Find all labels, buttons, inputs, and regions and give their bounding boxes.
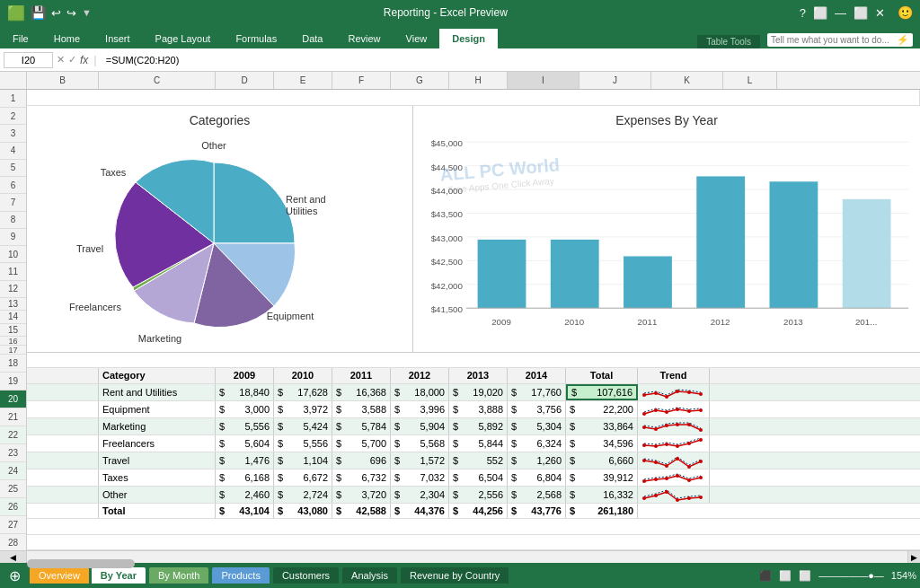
header-2010: 2010 (274, 368, 332, 383)
search-input[interactable] (771, 35, 897, 45)
svg-point-78 (699, 496, 703, 499)
smiley-icon: 🙂 (898, 5, 913, 20)
svg-point-62 (654, 461, 658, 464)
title-bar: 🟩 💾 ↩ ↪ ▼ Reporting - Excel Preview ? ⬜ … (0, 0, 920, 25)
table-row-26[interactable]: Other $2,460 $2,724 $3,720 $2,304 $2,556… (27, 487, 920, 504)
col-header-e[interactable]: E (274, 72, 332, 89)
add-sheet-button[interactable]: ⊕ (4, 567, 26, 584)
row-28 (27, 519, 920, 535)
table-row-24[interactable]: Travel $1,476 $1,104 $696 $1,572 $552 $1… (27, 452, 920, 470)
quick-access-undo[interactable]: ↩ (51, 6, 61, 20)
table-row-21[interactable]: Equipment $3,000 $3,972 $3,588 $3,996 $3… (27, 401, 920, 418)
svg-text:$44,000: $44,000 (431, 185, 464, 195)
svg-point-65 (687, 465, 691, 469)
tab-formulas[interactable]: Formulas (223, 29, 289, 48)
window-title: Reporting - Excel Preview (92, 6, 800, 19)
svg-point-49 (642, 426, 646, 429)
sheet-tab-byyear[interactable]: By Year (92, 567, 146, 584)
row-numbers: 1 2 3 4 5 6 7 8 9 10 11 12 13 14 15 (0, 90, 27, 550)
col-header-b[interactable]: B (27, 72, 99, 89)
total-label: Total (99, 504, 216, 519)
svg-point-72 (699, 476, 703, 479)
header-category: Category (99, 368, 216, 383)
tab-home[interactable]: Home (41, 29, 93, 48)
col-header-i[interactable]: I (508, 72, 579, 89)
view-normal-icon[interactable]: ⬛ (759, 570, 772, 582)
svg-point-71 (687, 478, 691, 482)
col-header-c[interactable]: C (99, 72, 216, 89)
view-page-icon[interactable]: ⬜ (799, 570, 811, 582)
svg-point-64 (676, 457, 679, 461)
svg-point-67 (642, 479, 646, 483)
ribbon-tabs-bar: File Home Insert Page Layout Formulas Da… (0, 25, 920, 48)
pie-chart-container: Categories (27, 106, 413, 352)
header-2013: 2013 (449, 368, 508, 383)
table-row-20[interactable]: Rent and Utilities $18,840 $17,628 $16,3… (27, 384, 920, 401)
table-tools-label: Table Tools (697, 35, 760, 48)
col-header-k[interactable]: K (651, 72, 723, 89)
sheet-tab-products[interactable]: Products (212, 567, 269, 584)
sheet-tab-overview[interactable]: Overview (30, 567, 89, 584)
formula-icons: ✕ ✓ fx | (57, 53, 99, 66)
table-row-22[interactable]: Marketing $5,556 $5,424 $5,784 $5,904 $5… (27, 418, 920, 435)
header-2012: 2012 (391, 368, 449, 383)
cell-total-20[interactable]: $107,616 (566, 384, 638, 400)
quick-access-save[interactable]: 💾 (31, 5, 46, 20)
svg-point-54 (699, 428, 703, 432)
col-header-j[interactable]: J (579, 72, 651, 89)
table-row-23[interactable]: Freelancers $5,604 $5,556 $5,700 $5,568 … (27, 435, 920, 452)
chart-row-numbers: 2 3 4 5 6 7 8 9 10 11 12 13 14 15 16 17 (0, 108, 26, 355)
help-icon[interactable]: ? (800, 6, 806, 20)
formula-confirm-icon[interactable]: ✓ (68, 54, 76, 66)
col-header-g[interactable]: G (391, 72, 449, 89)
search-icon: ⚡ (897, 34, 909, 46)
col-header-d[interactable]: D (216, 72, 274, 89)
col-header-f[interactable]: F (332, 72, 391, 89)
maximize-icon[interactable]: ⬜ (854, 6, 868, 20)
svg-point-37 (642, 393, 646, 397)
formula-input[interactable] (102, 53, 916, 67)
cell-2010-20: $17,628 (274, 384, 332, 400)
tab-review[interactable]: Review (335, 29, 393, 48)
svg-text:Freelancers: Freelancers (69, 302, 122, 312)
quick-access-redo[interactable]: ↪ (66, 6, 76, 20)
svg-point-41 (687, 391, 691, 394)
name-box[interactable] (4, 52, 53, 68)
tab-insert[interactable]: Insert (93, 29, 143, 48)
formula-fx-icon[interactable]: fx (80, 54, 88, 66)
cell-cat-20: Rent and Utilities (99, 384, 216, 400)
h-scrollbar[interactable]: ◀ ▶ (0, 550, 920, 563)
sheet-tab-revenue[interactable]: Revenue by Country (401, 567, 509, 584)
formula-cancel-icon[interactable]: ✕ (57, 54, 65, 66)
tab-file[interactable]: File (0, 29, 41, 48)
search-box-container[interactable]: ⚡ (767, 33, 913, 47)
tab-view[interactable]: View (394, 29, 440, 48)
table-row-25[interactable]: Taxes $6,168 $6,672 $6,732 $7,032 $6,504… (27, 470, 920, 487)
ribbon-toggle-icon[interactable]: ⬜ (813, 6, 827, 20)
view-layout-icon[interactable]: ⬜ (779, 570, 792, 582)
svg-rect-24 (478, 239, 526, 307)
svg-point-52 (676, 423, 679, 426)
svg-point-75 (665, 490, 668, 494)
svg-text:201...: 201... (855, 316, 877, 326)
row-num-1: 1 (0, 90, 26, 108)
col-header-l[interactable]: L (723, 72, 777, 89)
row-1 (27, 90, 920, 106)
close-icon[interactable]: ✕ (875, 6, 885, 20)
cell-2012-20: $18,000 (391, 384, 449, 400)
sheet-tab-customers[interactable]: Customers (273, 567, 339, 584)
svg-text:2009: 2009 (491, 316, 511, 326)
svg-text:2010: 2010 (564, 316, 584, 326)
sheet-tab-bymonth[interactable]: By Month (149, 567, 208, 584)
minimize-icon[interactable]: — (835, 6, 846, 20)
col-header-h[interactable]: H (449, 72, 508, 89)
sheet-tab-analysis[interactable]: Analysis (342, 567, 397, 584)
bar-chart-container: Expenses By Year $45,000 $44,500 $44,000… (413, 106, 920, 352)
tab-data[interactable]: Data (289, 29, 335, 48)
svg-point-69 (665, 477, 668, 480)
zoom-slider[interactable]: —————●— (818, 570, 884, 581)
quick-access-custom[interactable]: ▼ (82, 7, 92, 18)
tab-design[interactable]: Design (439, 29, 498, 48)
grid-body: 1 2 3 4 5 6 7 8 9 10 11 12 13 14 15 (0, 90, 920, 550)
tab-page-layout[interactable]: Page Layout (143, 29, 224, 48)
